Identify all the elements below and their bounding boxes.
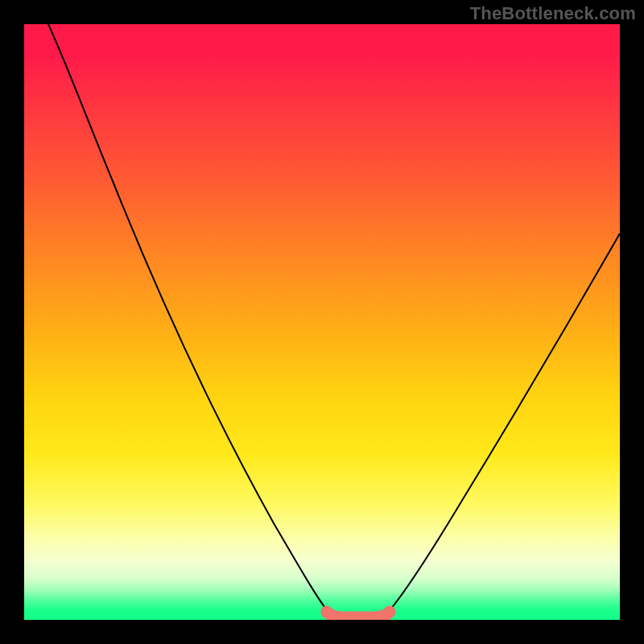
curve-layer bbox=[24, 24, 620, 620]
watermark-text: TheBottleneck.com bbox=[470, 3, 636, 24]
plot-area bbox=[24, 24, 620, 620]
right-curve bbox=[386, 233, 620, 614]
chart-frame: TheBottleneck.com bbox=[0, 0, 644, 644]
left-curve bbox=[48, 24, 330, 614]
bottom-highlight bbox=[327, 612, 390, 617]
